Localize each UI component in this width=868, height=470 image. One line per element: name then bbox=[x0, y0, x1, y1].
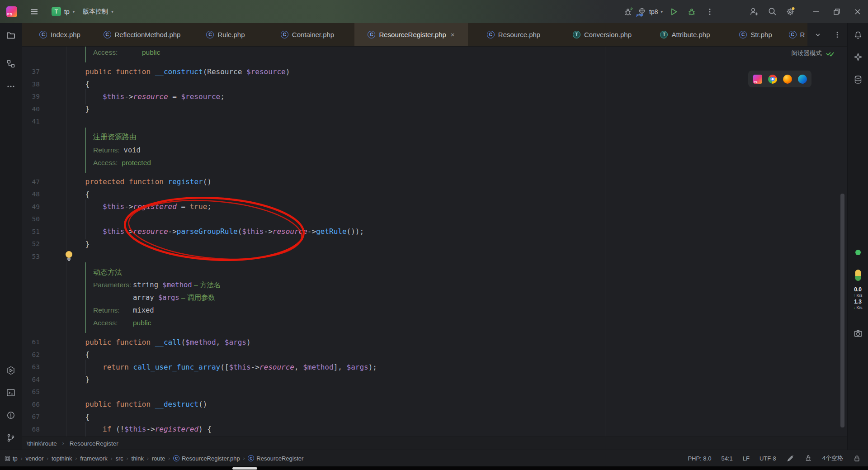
main-menu-button[interactable] bbox=[25, 0, 43, 23]
line-number: 50 bbox=[22, 215, 40, 223]
firefox-icon[interactable] bbox=[783, 75, 792, 84]
status-path-ResourceRegister.php[interactable]: CResourceRegister.php bbox=[173, 455, 240, 462]
minimize-button[interactable] bbox=[806, 0, 826, 23]
code-line[interactable]: 61 public function __call($method, $args… bbox=[22, 336, 847, 348]
status-path-tp[interactable]: tp bbox=[5, 455, 18, 462]
code-line[interactable]: 65 bbox=[22, 385, 847, 398]
status-path-src[interactable]: src bbox=[116, 455, 123, 462]
listen-debug-button[interactable] bbox=[619, 0, 637, 23]
terminal-tool-button[interactable] bbox=[6, 388, 16, 398]
tab-Rule.php[interactable]: CRule.php bbox=[191, 23, 260, 46]
code-line[interactable]: 48 { bbox=[22, 188, 847, 200]
screenshot-button[interactable] bbox=[853, 328, 863, 338]
problems-tool-button[interactable] bbox=[6, 410, 16, 420]
status-path-topthink[interactable]: topthink bbox=[52, 455, 72, 462]
status-path-label: framework bbox=[80, 455, 108, 462]
code-text: $this->registered = true; bbox=[40, 202, 212, 211]
tab-Str.php[interactable]: CStr.php bbox=[725, 23, 786, 46]
tab-options-kebab-icon[interactable] bbox=[834, 31, 841, 38]
vcs-menu[interactable]: 版本控制 ▾ bbox=[83, 8, 113, 16]
code-line[interactable]: 40 } bbox=[22, 103, 847, 115]
tab-R[interactable]: CR bbox=[786, 23, 807, 46]
status-path-vendor[interactable]: vendor bbox=[26, 455, 44, 462]
notifications-button[interactable] bbox=[853, 30, 863, 40]
database-button[interactable] bbox=[853, 75, 863, 85]
services-play-icon bbox=[6, 366, 16, 375]
code-line[interactable]: 66 public function __destruct() bbox=[22, 398, 847, 411]
project-selector[interactable]: T tp ▾ bbox=[52, 7, 75, 16]
structure-tool-button[interactable] bbox=[6, 59, 16, 69]
doc-label: Parameters: bbox=[93, 281, 133, 289]
folder-icon bbox=[6, 30, 16, 40]
code-line[interactable]: 49 $this->registered = true; bbox=[22, 200, 847, 213]
line-ending-widget[interactable]: LF bbox=[743, 455, 750, 462]
tab-Attribute.php[interactable]: TAttribute.php bbox=[645, 23, 725, 46]
status-path-route[interactable]: route bbox=[152, 455, 165, 462]
encoding-widget[interactable]: UTF-8 bbox=[760, 455, 776, 462]
php-version-widget[interactable]: PHP: 8.0 bbox=[688, 455, 711, 462]
code-line[interactable]: 64 } bbox=[22, 373, 847, 386]
chevron-down-icon: ▾ bbox=[73, 9, 75, 14]
breadcrumb-package[interactable]: \think\route bbox=[27, 440, 57, 447]
code-line[interactable]: 52 } bbox=[22, 237, 847, 250]
tab-Container.php[interactable]: CContainer.php bbox=[260, 23, 354, 46]
tab-Conversion.php[interactable]: TConversion.php bbox=[559, 23, 645, 46]
tab-ReflectionMethod.php[interactable]: CReflectionMethod.php bbox=[93, 23, 191, 46]
tab-close-icon[interactable]: × bbox=[451, 31, 455, 38]
settings-button[interactable] bbox=[781, 0, 799, 23]
code-line[interactable]: 67 { bbox=[22, 410, 847, 423]
code-line[interactable]: 63 return call_user_func_array([$this->r… bbox=[22, 361, 847, 373]
highlighting-pencil-icon[interactable] bbox=[786, 454, 794, 462]
status-path-label: ResourceRegister.php bbox=[182, 455, 240, 462]
services-tool-button[interactable] bbox=[6, 366, 16, 375]
project-tool-button[interactable] bbox=[6, 30, 16, 40]
tab-ResourceRegister.php[interactable]: CResourceRegister.php× bbox=[354, 23, 468, 46]
status-path-think[interactable]: think bbox=[132, 455, 144, 462]
bug-listen-icon bbox=[623, 7, 633, 17]
code-editor[interactable]: Access:public37 public function __constr… bbox=[22, 47, 847, 437]
code-line[interactable]: 47 protected function register() bbox=[22, 176, 847, 188]
lock-icon[interactable] bbox=[853, 455, 861, 462]
class-icon: C bbox=[739, 31, 747, 38]
phpstorm-browser-icon[interactable]: PS bbox=[753, 75, 762, 84]
tab-Index.php[interactable]: CIndex.php bbox=[27, 23, 93, 46]
run-config-selector[interactable]: php tp8 ▾ bbox=[637, 7, 663, 16]
tab-list-chevron-icon[interactable] bbox=[814, 31, 822, 39]
code-line[interactable]: 41 bbox=[22, 115, 847, 128]
line-number: 66 bbox=[22, 401, 40, 408]
debug-button[interactable] bbox=[683, 0, 701, 23]
code-line[interactable]: 62 { bbox=[22, 348, 847, 361]
code-line[interactable]: 38 { bbox=[22, 78, 847, 90]
doc-comment: Access:public bbox=[85, 47, 160, 62]
tab-Resource.php[interactable]: CResource.php bbox=[468, 23, 559, 46]
more-actions-button[interactable] bbox=[701, 0, 719, 23]
search-everywhere-button[interactable] bbox=[763, 0, 781, 23]
edge-icon[interactable] bbox=[798, 75, 807, 84]
reader-mode-toggle[interactable]: 阅读器模式 bbox=[792, 49, 835, 57]
status-path-framework[interactable]: framework bbox=[80, 455, 108, 462]
intention-bulb-icon[interactable] bbox=[65, 251, 73, 262]
code-line[interactable]: 39 $this->resource = $resource; bbox=[22, 90, 847, 103]
class-icon: C bbox=[281, 31, 288, 38]
profiler-bug-icon[interactable] bbox=[804, 454, 812, 462]
code-line[interactable]: 37 public function __construct(Resource … bbox=[22, 65, 847, 78]
run-button[interactable] bbox=[665, 0, 683, 23]
code-line[interactable]: 53 bbox=[22, 250, 847, 263]
indent-widget[interactable]: 4个空格 bbox=[822, 454, 843, 462]
code-with-me-button[interactable] bbox=[745, 0, 763, 23]
code-line[interactable]: 50 bbox=[22, 213, 847, 225]
doc-row: Parameters:string $method – 方法名 bbox=[93, 279, 221, 291]
maximize-button[interactable] bbox=[826, 0, 847, 23]
status-path-ResourceRegister[interactable]: CResourceRegister bbox=[248, 455, 303, 462]
ai-assistant-button[interactable] bbox=[853, 52, 863, 62]
chrome-icon[interactable] bbox=[768, 75, 777, 84]
close-button[interactable] bbox=[847, 0, 868, 23]
code-line[interactable]: 51 $this->resource->parseGroupRule($this… bbox=[22, 225, 847, 238]
breadcrumb-class[interactable]: ResourceRegister bbox=[70, 440, 118, 447]
editor-scrollbar[interactable] bbox=[840, 194, 844, 427]
version-control-tool-button[interactable] bbox=[6, 433, 16, 443]
caret-position-widget[interactable]: 54:1 bbox=[721, 455, 732, 462]
more-tool-windows-button[interactable] bbox=[6, 81, 16, 91]
bottom-strip bbox=[0, 466, 868, 470]
code-line[interactable]: 68 if (!$this->registered) { bbox=[22, 423, 847, 436]
